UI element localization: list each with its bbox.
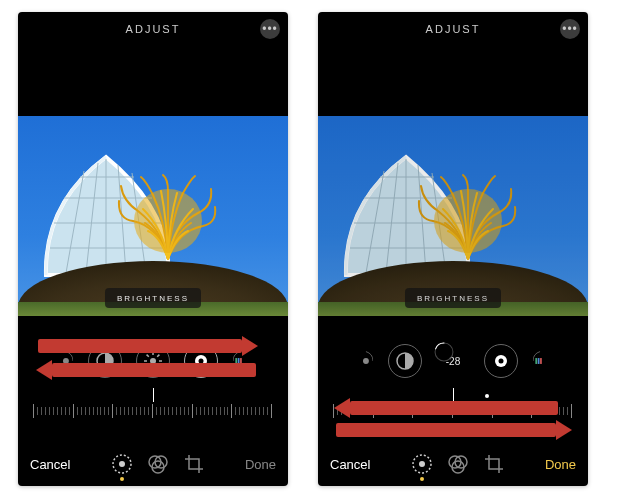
- footer: Cancel Done: [318, 442, 588, 486]
- annotation-arrow-left: [36, 360, 256, 380]
- sculpture: [413, 171, 523, 261]
- header-title: ADJUST: [126, 23, 181, 35]
- active-tab-indicator: [420, 477, 424, 481]
- done-button[interactable]: Done: [545, 457, 576, 472]
- svg-rect-48: [540, 358, 542, 364]
- svg-point-9: [134, 189, 202, 253]
- svg-point-45: [499, 359, 504, 364]
- phone-right: ADJUST •••: [318, 12, 588, 486]
- slider-ticks: [33, 402, 273, 420]
- adjust-brightness-value[interactable]: -28: [436, 344, 470, 378]
- annotation-arrow-left: [334, 398, 558, 418]
- header-title: ADJUST: [426, 23, 481, 35]
- adjust-tab-icon[interactable]: [111, 453, 133, 475]
- svg-point-41: [363, 358, 369, 364]
- svg-rect-47: [538, 358, 540, 364]
- svg-point-27: [119, 461, 125, 467]
- annotation-arrow-right: [336, 420, 572, 440]
- phone-left: ADJUST •••: [18, 12, 288, 486]
- svg-point-40: [434, 189, 502, 253]
- adjust-auto-icon[interactable]: [352, 344, 374, 378]
- adjustment-carousel[interactable]: -28: [318, 338, 588, 384]
- done-button[interactable]: Done: [245, 457, 276, 472]
- header: ADJUST •••: [318, 12, 588, 46]
- adjust-tab-icon[interactable]: [411, 453, 433, 475]
- crop-tab-icon[interactable]: [183, 453, 205, 475]
- adjust-highlights-icon[interactable]: [484, 344, 518, 378]
- value-slider[interactable]: [318, 396, 588, 426]
- footer: Cancel Done: [18, 442, 288, 486]
- photo-preview: BRIGHTNESS: [18, 116, 288, 316]
- value-slider[interactable]: [18, 396, 288, 426]
- cancel-button[interactable]: Cancel: [330, 457, 370, 472]
- adjust-exposure-icon[interactable]: [388, 344, 422, 378]
- slider-marker: [153, 388, 154, 402]
- more-button[interactable]: •••: [260, 19, 280, 39]
- adjustment-badge: BRIGHTNESS: [405, 288, 501, 308]
- adjustment-carousel[interactable]: [18, 338, 288, 384]
- active-tab-indicator: [120, 477, 124, 481]
- adjustment-badge: BRIGHTNESS: [105, 288, 201, 308]
- crop-tab-icon[interactable]: [483, 453, 505, 475]
- filters-tab-icon[interactable]: [147, 453, 169, 475]
- more-button[interactable]: •••: [560, 19, 580, 39]
- svg-point-50: [419, 461, 425, 467]
- annotation-arrow-right: [38, 336, 258, 356]
- svg-rect-46: [535, 358, 537, 364]
- filters-tab-icon[interactable]: [447, 453, 469, 475]
- sculpture: [113, 171, 223, 261]
- cancel-button[interactable]: Cancel: [30, 457, 70, 472]
- header: ADJUST •••: [18, 12, 288, 46]
- adjust-shadows-icon[interactable]: [532, 344, 554, 378]
- photo-preview: BRIGHTNESS: [318, 116, 588, 316]
